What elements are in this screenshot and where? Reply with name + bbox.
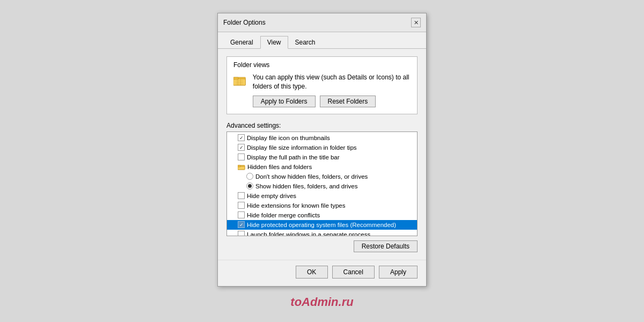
folder-views-inner: You can apply this view (such as Details…: [233, 73, 411, 107]
list-item[interactable]: Hide empty drives: [227, 191, 417, 201]
dialog-content: Folder views You can apply this view (su…: [218, 49, 426, 260]
folder-options-dialog: Folder Options ✕ General View Search Fol…: [217, 13, 427, 287]
list-item[interactable]: Show hidden files, folders, and drives: [227, 181, 417, 191]
list-item-label: Show hidden files, folders, and drives: [255, 183, 358, 189]
list-item-label: Hide protected operating system files (R…: [247, 222, 396, 228]
folder-views-buttons: Apply to Folders Reset Folders: [253, 96, 411, 107]
list-item-label: Hidden files and folders: [247, 164, 312, 170]
list-item-label: Display file icon on thumbnails: [247, 135, 330, 141]
folder-icon: [233, 73, 246, 88]
list-item-label: Display the full path in the title bar: [247, 154, 340, 160]
apply-button[interactable]: Apply: [379, 266, 418, 279]
list-item[interactable]: ✓ Display file size information in folde…: [227, 143, 417, 152]
apply-to-folders-button[interactable]: Apply to Folders: [253, 96, 316, 107]
checkbox-icon: [238, 153, 245, 160]
title-bar: Folder Options ✕: [218, 13, 426, 32]
list-item-label: Hide folder merge conflicts: [247, 212, 320, 218]
restore-defaults-row: Restore Defaults: [226, 240, 418, 252]
bottom-buttons: OK Cancel Apply: [218, 260, 426, 286]
list-item[interactable]: Don't show hidden files, folders, or dri…: [227, 172, 417, 181]
dialog-title: Folder Options: [223, 19, 266, 26]
list-item[interactable]: Hide extensions for known file types: [227, 201, 417, 210]
tab-search[interactable]: Search: [288, 36, 323, 49]
checkbox-icon: [238, 202, 245, 209]
svg-rect-2: [233, 77, 238, 79]
tab-general[interactable]: General: [223, 36, 260, 49]
checkbox-icon: [238, 231, 245, 236]
list-item[interactable]: Launch folder windows in a separate proc…: [227, 230, 417, 236]
list-item[interactable]: Display the full path in the title bar: [227, 152, 417, 162]
list-item-group-header: Hidden files and folders: [227, 162, 417, 172]
list-item-label: Launch folder windows in a separate proc…: [247, 231, 370, 236]
folder-views-section: Folder views You can apply this view (su…: [226, 56, 418, 114]
folder-views-label: Folder views: [233, 61, 411, 69]
folder-views-right: You can apply this view (such as Details…: [253, 73, 411, 107]
tab-strip: General View Search: [218, 32, 426, 49]
advanced-label: Advanced settings:: [226, 122, 418, 129]
radio-icon: [246, 182, 253, 189]
checkbox-icon: ✓: [238, 221, 245, 228]
svg-rect-1: [233, 79, 245, 85]
folder-small-icon: [238, 164, 245, 170]
checkbox-icon: [238, 211, 245, 218]
ok-button[interactable]: OK: [296, 266, 328, 279]
list-item-selected[interactable]: ✓ Hide protected operating system files …: [227, 220, 417, 230]
advanced-settings-container: ✓ Display file icon on thumbnails ✓ Disp…: [226, 131, 418, 236]
list-item[interactable]: ✓ Display file icon on thumbnails: [227, 133, 417, 143]
list-item-label: Don't show hidden files, folders, or dri…: [255, 173, 368, 180]
tab-view[interactable]: View: [260, 36, 288, 49]
checkbox-icon: ✓: [238, 134, 245, 141]
radio-icon: [246, 173, 253, 180]
restore-defaults-button[interactable]: Restore Defaults: [354, 240, 418, 252]
cancel-button[interactable]: Cancel: [332, 266, 375, 279]
list-item-label: Display file size information in folder …: [247, 144, 357, 151]
checkbox-icon: ✓: [238, 144, 245, 151]
list-item-label: Hide extensions for known file types: [247, 202, 345, 209]
checkbox-icon: [238, 192, 245, 199]
folder-views-description: You can apply this view (such as Details…: [253, 73, 411, 91]
advanced-settings-list[interactable]: ✓ Display file icon on thumbnails ✓ Disp…: [227, 132, 417, 236]
close-button[interactable]: ✕: [411, 18, 421, 27]
list-item-label: Hide empty drives: [247, 193, 296, 199]
svg-rect-10: [238, 165, 240, 167]
reset-folders-button[interactable]: Reset Folders: [320, 96, 376, 107]
watermark: toAdmin.ru: [290, 295, 353, 309]
list-item[interactable]: Hide folder merge conflicts: [227, 210, 417, 220]
